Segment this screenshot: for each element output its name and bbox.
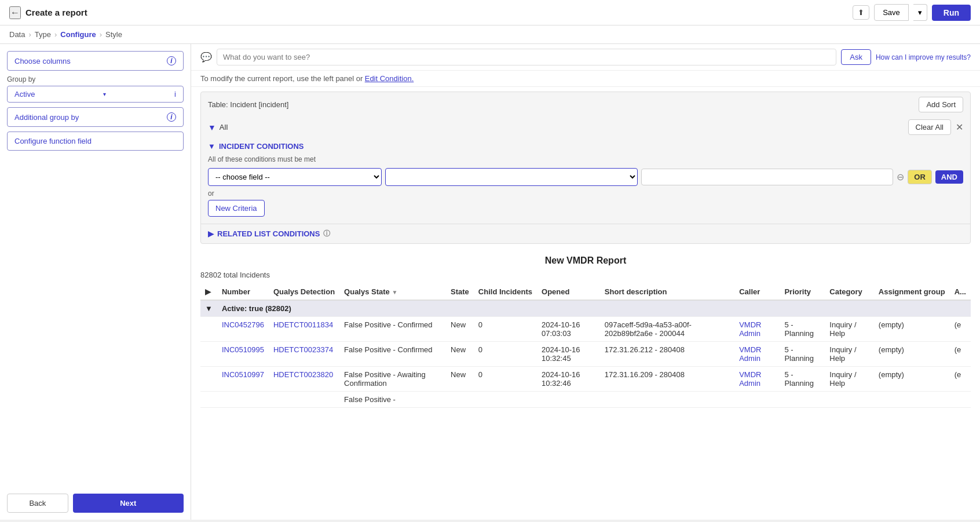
col-detection: Qualys Detection xyxy=(269,284,339,300)
table-label: Table: Incident [incident] xyxy=(208,100,288,109)
table-row: INC0510995 HDETCT0023374 False Positive … xyxy=(200,342,971,367)
group-by-label: Group by xyxy=(7,75,184,83)
related-list-section: ▶ RELATED LIST CONDITIONS ⓘ xyxy=(201,224,970,243)
incident-conditions-title[interactable]: ▼ INCIDENT CONDITIONS xyxy=(208,142,963,151)
add-sort-button[interactable]: Add Sort xyxy=(919,97,963,112)
col-qualys-state: Qualys State ▼ xyxy=(339,284,446,300)
top-bar-left: ← Create a report xyxy=(9,6,87,19)
report-area: New VMDR Report 82802 total Incidents ▶ … xyxy=(191,249,980,415)
condition-value-input[interactable] xyxy=(641,169,894,185)
col-assignment: Assignment group xyxy=(874,284,950,300)
save-button[interactable]: Save xyxy=(874,4,909,21)
all-label: All xyxy=(220,123,228,132)
col-state: State xyxy=(446,284,474,300)
and-button[interactable]: AND xyxy=(935,170,963,184)
sep3: › xyxy=(100,30,102,39)
edit-note: To modify the current report, use the le… xyxy=(191,71,980,87)
back-button[interactable]: Back xyxy=(7,494,68,513)
incident-number-link[interactable]: INC0452796 xyxy=(222,320,264,329)
back-nav-icon[interactable]: ← xyxy=(9,6,21,19)
next-button[interactable]: Next xyxy=(73,494,184,513)
choose-columns-info-icon[interactable]: i xyxy=(167,56,176,65)
detection-link[interactable]: HDETCT0023820 xyxy=(273,370,333,379)
table-row: INC0452796 HDETCT0011834 False Positive … xyxy=(200,317,971,342)
group-row: ▼Active: true (82802) xyxy=(200,300,971,317)
caller-link[interactable]: VMDR Admin xyxy=(739,370,761,388)
group-collapse-icon[interactable]: ▼ xyxy=(205,304,213,313)
clear-all-button[interactable]: Clear All xyxy=(908,119,951,135)
dropdown-arrow-icon: ▾ xyxy=(103,91,106,97)
related-help-icon[interactable]: ⓘ xyxy=(323,229,330,239)
filter-actions: Add Sort xyxy=(919,97,963,112)
breadcrumb-style[interactable]: Style xyxy=(105,30,122,39)
ai-bar: 💬 Ask How can I improve my results? xyxy=(191,44,980,71)
save-dropdown-button[interactable]: ▾ xyxy=(913,4,927,21)
breadcrumb: Data › Type › Configure › Style xyxy=(0,25,980,44)
sep2: › xyxy=(54,30,57,39)
table-header-row: ▶ Number Qualys Detection Qualys State ▼… xyxy=(200,284,971,300)
improve-results-link[interactable]: How can I improve my results? xyxy=(876,53,971,61)
group-by-info-icon[interactable]: i xyxy=(174,90,176,98)
related-list-title[interactable]: ▶ RELATED LIST CONDITIONS ⓘ xyxy=(208,229,963,239)
left-panel: Choose columns i Group by Active ▾ i Add… xyxy=(0,44,191,520)
conditions-subtitle: All of these conditions must be met xyxy=(208,155,963,163)
breadcrumb-data[interactable]: Data xyxy=(9,30,25,39)
col-category: Category xyxy=(825,284,874,300)
top-bar: ← Create a report ⬆ Save ▾ Run xyxy=(0,0,980,25)
report-count: 82802 total Incidents xyxy=(200,271,971,279)
choose-field-select[interactable]: -- choose field -- xyxy=(208,168,382,186)
table-row-truncated: False Positive - xyxy=(200,392,971,408)
filter-header-left: Table: Incident [incident] xyxy=(208,100,288,109)
col-extra: A... xyxy=(950,284,971,300)
col-opened: Opened xyxy=(537,284,600,300)
export-button[interactable]: ⬆ xyxy=(853,5,869,20)
table-row: INC0510997 HDETCT0023820 False Positive … xyxy=(200,367,971,392)
run-button[interactable]: Run xyxy=(932,5,971,21)
incident-number-link[interactable]: INC0510995 xyxy=(222,345,264,354)
filter-header: Table: Incident [incident] Add Sort xyxy=(201,92,970,117)
ai-search-input[interactable] xyxy=(217,49,836,65)
related-arrow-icon: ▶ xyxy=(208,229,214,238)
close-filter-button[interactable]: ✕ xyxy=(956,122,963,133)
condition-row: -- choose field -- ⊖ OR AND xyxy=(208,168,963,186)
filter-icon: ▼ xyxy=(208,123,216,132)
report-title: New VMDR Report xyxy=(200,255,971,266)
ask-button[interactable]: Ask xyxy=(841,49,871,65)
additional-group-by-button[interactable]: Additional group by i xyxy=(7,107,184,127)
left-panel-bottom: Back Next xyxy=(7,487,184,520)
operator-select[interactable] xyxy=(385,168,638,186)
breadcrumb-configure[interactable]: Configure xyxy=(60,30,96,39)
col-child-incidents: Child Incidents xyxy=(474,284,537,300)
or-button[interactable]: OR xyxy=(908,170,932,184)
additional-group-info-icon[interactable]: i xyxy=(167,112,176,122)
configure-function-button[interactable]: Configure function field xyxy=(7,132,184,151)
top-bar-right: ⬆ Save ▾ Run xyxy=(853,4,971,21)
active-dropdown[interactable]: Active ▾ i xyxy=(7,86,184,103)
incident-number-link[interactable]: INC0510997 xyxy=(222,370,264,379)
col-expand: ▶ xyxy=(200,284,217,300)
detection-link[interactable]: HDETCT0023374 xyxy=(273,345,333,354)
col-number: Number xyxy=(217,284,269,300)
report-table: ▶ Number Qualys Detection Qualys State ▼… xyxy=(200,284,971,408)
choose-columns-button[interactable]: Choose columns i xyxy=(7,51,184,71)
detection-link[interactable]: HDETCT0011834 xyxy=(273,320,333,329)
remove-condition-button[interactable]: ⊖ xyxy=(897,171,904,182)
conditions-section: ▼ INCIDENT CONDITIONS All of these condi… xyxy=(201,137,970,224)
or-label: or xyxy=(208,189,963,198)
col-short-desc: Short description xyxy=(600,284,734,300)
caller-link[interactable]: VMDR Admin xyxy=(739,345,761,363)
sep1: › xyxy=(28,30,31,39)
page-title: Create a report xyxy=(25,8,87,17)
edit-condition-link[interactable]: Edit Condition. xyxy=(365,74,414,83)
new-criteria-button[interactable]: New Criteria xyxy=(208,200,265,217)
conditions-arrow-icon: ▼ xyxy=(208,142,215,151)
caller-link[interactable]: VMDR Admin xyxy=(739,320,761,338)
breadcrumb-type[interactable]: Type xyxy=(35,30,51,39)
ai-chat-icon: 💬 xyxy=(200,52,212,63)
main-layout: Choose columns i Group by Active ▾ i Add… xyxy=(0,44,980,520)
col-caller: Caller xyxy=(734,284,780,300)
col-priority: Priority xyxy=(780,284,825,300)
all-row: ▼ All Clear All ✕ xyxy=(201,117,970,137)
right-panel: 💬 Ask How can I improve my results? To m… xyxy=(191,44,980,520)
filter-panel: Table: Incident [incident] Add Sort ▼ Al… xyxy=(200,92,971,244)
